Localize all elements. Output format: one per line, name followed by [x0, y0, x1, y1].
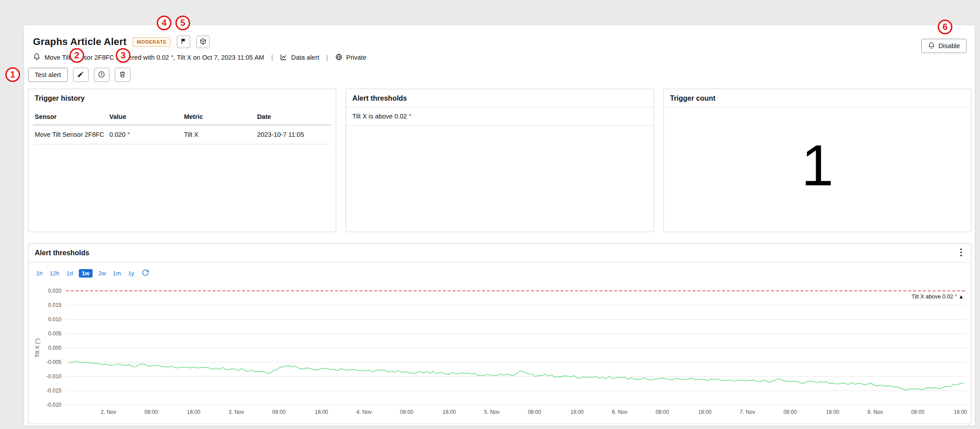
pencil-icon: [77, 71, 84, 79]
svg-text:0.000: 0.000: [48, 345, 61, 351]
trash-icon: [119, 71, 126, 79]
cell-metric: Tilt X: [182, 125, 255, 144]
disable-button[interactable]: Disable: [921, 39, 967, 53]
annotation-circle-4: 4: [157, 16, 171, 30]
trigger-history-card: Trigger history Sensor Value Metric Date…: [28, 89, 336, 232]
annotation-circle-2: 2: [69, 48, 84, 63]
overflow-menu-button[interactable]: [957, 246, 965, 260]
cube-icon: [199, 38, 207, 46]
svg-text:16:00: 16:00: [570, 409, 584, 415]
svg-text:Tilt X (°): Tilt X (°): [34, 338, 41, 357]
alert-thresholds-card: Alert thresholds Tilt X is above 0.02 °: [346, 89, 654, 232]
delete-button[interactable]: [115, 68, 130, 82]
thresholds-chart-card: Alert thresholds 1h 12h 1d 1w 2w 1m 1y 0…: [28, 243, 972, 424]
edit-button[interactable]: [73, 68, 89, 82]
flag-icon: [180, 38, 187, 46]
trigger-count-area: 1: [664, 107, 971, 232]
range-2w[interactable]: 2w: [97, 269, 107, 278]
table-row[interactable]: Move Tilt Sensor 2F8FC 0.020 ° Tilt X 20…: [33, 125, 331, 144]
column-header-metric: Metric: [182, 108, 255, 125]
svg-text:08:00: 08:00: [144, 409, 158, 415]
svg-text:6. Nov: 6. Nov: [612, 409, 627, 415]
flag-button[interactable]: [177, 36, 190, 48]
disable-button-label: Disable: [939, 42, 960, 49]
alert-type-label: Data alert: [291, 54, 319, 61]
thresholds-chart[interactable]: 0.0200.0150.0100.0050.000-0.005-0.010-0.…: [28, 278, 971, 424]
page-title: Graphs Article Alert: [33, 36, 126, 48]
trigger-history-table: Sensor Value Metric Date Move Tilt Senso…: [33, 108, 331, 144]
bell-icon: [928, 42, 935, 50]
cell-date: 2023-10-7 11:05: [255, 125, 331, 144]
svg-text:Tilt X above 0.02 ° ▲: Tilt X above 0.02 ° ▲: [911, 294, 964, 300]
svg-text:-0.020: -0.020: [46, 402, 61, 408]
column-header-date: Date: [255, 108, 331, 125]
svg-text:08:00: 08:00: [400, 409, 413, 415]
svg-text:0.020: 0.020: [48, 288, 61, 294]
svg-text:16:00: 16:00: [187, 409, 200, 415]
chart-card-header: Alert thresholds: [28, 244, 971, 262]
alert-detail-panel: Graphs Article Alert MODERATE Disable Mo…: [24, 25, 975, 426]
range-1m[interactable]: 1m: [112, 269, 122, 278]
threshold-rule-text: Tilt X is above 0.02 °: [346, 107, 653, 126]
svg-text:0.010: 0.010: [48, 316, 61, 323]
test-alert-button[interactable]: Test alert: [28, 68, 68, 82]
svg-text:0.015: 0.015: [48, 302, 61, 308]
svg-text:3. Nov: 3. Nov: [228, 409, 244, 415]
separator: |: [271, 54, 273, 61]
cell-sensor: Move Tilt Sensor 2F8FC: [33, 125, 108, 144]
toolbar: Test alert: [28, 68, 130, 82]
svg-text:08:00: 08:00: [655, 409, 669, 415]
refresh-clock-icon: [142, 269, 149, 278]
svg-text:5. Nov: 5. Nov: [484, 409, 500, 415]
chart-card-title: Alert thresholds: [35, 249, 89, 257]
alert-thresholds-title: Alert thresholds: [346, 89, 653, 107]
svg-text:08:00: 08:00: [911, 409, 924, 415]
history-log-button[interactable]: [94, 68, 110, 82]
range-1d[interactable]: 1d: [65, 269, 74, 278]
svg-text:08:00: 08:00: [272, 409, 285, 415]
column-header-value: Value: [108, 108, 183, 125]
kebab-icon: [960, 248, 962, 258]
cell-value: 0.020 °: [108, 125, 183, 144]
severity-badge: MODERATE: [133, 37, 171, 47]
widget-button[interactable]: [196, 36, 210, 48]
separator: |: [326, 54, 328, 61]
summary-cards-row: Trigger history Sensor Value Metric Date…: [28, 89, 972, 232]
visibility-label: Private: [346, 54, 366, 61]
annotation-circle-5: 5: [175, 16, 190, 30]
svg-text:7. Nov: 7. Nov: [740, 409, 755, 415]
svg-text:-0.005: -0.005: [46, 359, 61, 365]
range-1y[interactable]: 1y: [127, 269, 136, 278]
test-alert-button-label: Test alert: [35, 71, 61, 78]
range-12h[interactable]: 12h: [48, 269, 61, 278]
column-header-sensor: Sensor: [33, 108, 108, 125]
clock-icon: [98, 71, 105, 79]
annotation-circle-1: 1: [5, 67, 20, 82]
title-row: Graphs Article Alert MODERATE: [33, 34, 210, 49]
svg-text:16:00: 16:00: [698, 409, 712, 415]
svg-text:16:00: 16:00: [954, 409, 967, 415]
svg-text:4. Nov: 4. Nov: [356, 409, 372, 415]
trigger-count-title: Trigger count: [664, 89, 971, 107]
svg-text:08:00: 08:00: [528, 409, 541, 415]
trigger-count-card: Trigger count 1: [663, 89, 972, 232]
data-alert-icon: [280, 53, 287, 62]
svg-text:-0.015: -0.015: [46, 388, 61, 394]
range-1h[interactable]: 1h: [35, 269, 44, 278]
svg-text:0.005: 0.005: [48, 331, 61, 337]
range-1w[interactable]: 1w: [79, 269, 93, 278]
svg-text:16:00: 16:00: [315, 409, 328, 415]
bell-icon: [33, 53, 41, 62]
annotation-circle-3: 3: [116, 48, 130, 63]
svg-text:-0.010: -0.010: [46, 373, 61, 380]
time-range-selector: 1h 12h 1d 1w 2w 1m 1y: [35, 269, 149, 278]
svg-text:08:00: 08:00: [783, 409, 797, 415]
auto-refresh-button[interactable]: [140, 269, 149, 278]
svg-text:16:00: 16:00: [443, 409, 456, 415]
globe-icon: [335, 53, 342, 62]
svg-text:16:00: 16:00: [826, 409, 839, 415]
trigger-count-value: 1: [801, 136, 834, 194]
svg-text:8. Nov: 8. Nov: [867, 409, 883, 415]
trigger-history-title: Trigger history: [28, 89, 336, 107]
annotation-circle-6: 6: [938, 20, 952, 34]
